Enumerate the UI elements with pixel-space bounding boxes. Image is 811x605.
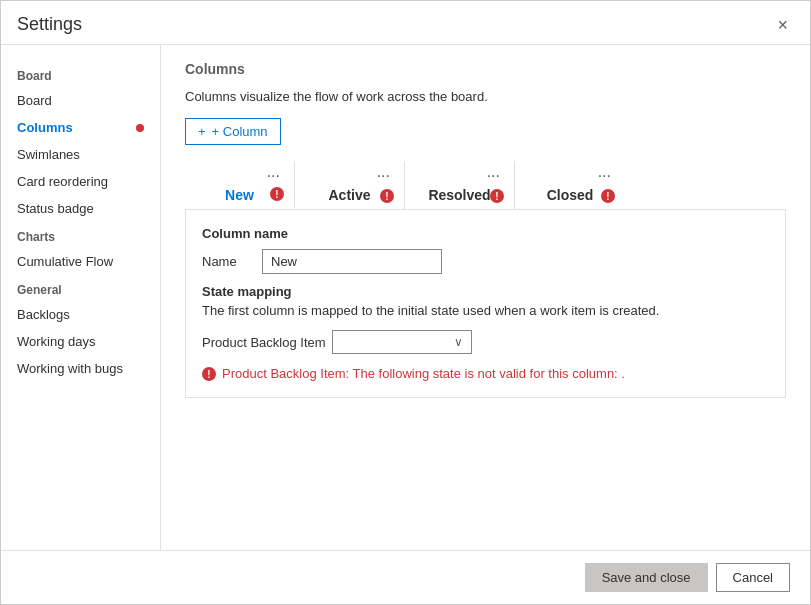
column-tab-new[interactable]: ··· New ! <box>185 161 295 209</box>
cancel-button[interactable]: Cancel <box>716 563 790 592</box>
column-name-field-row: Name <box>202 249 769 274</box>
sidebar-item-card-reordering[interactable]: Card reordering <box>1 168 160 195</box>
error-text: Product Backlog Item: The following stat… <box>222 366 625 381</box>
column-error-closed: ! <box>601 189 615 203</box>
sidebar-item-cumulative-flow[interactable]: Cumulative Flow <box>1 248 160 275</box>
name-field-label: Name <box>202 254 262 269</box>
dialog-body: Board Board Columns Swimlanes Card reord… <box>1 45 810 550</box>
columns-description: Columns visualize the flow of work acros… <box>185 89 786 104</box>
sidebar-section-general: General <box>1 275 160 301</box>
column-tab-name-active: Active <box>328 187 370 203</box>
sidebar-item-status-badge[interactable]: Status badge <box>1 195 160 222</box>
column-error-resolved: ! <box>490 189 504 203</box>
sidebar: Board Board Columns Swimlanes Card reord… <box>1 45 161 550</box>
column-menu-dots-resolved[interactable]: ··· <box>487 167 500 185</box>
column-tab-resolved[interactable]: ··· Resolved ! <box>405 161 515 209</box>
main-content: Columns Columns visualize the flow of wo… <box>161 45 810 550</box>
state-mapping-title: State mapping <box>202 284 769 299</box>
sidebar-item-working-days[interactable]: Working days <box>1 328 160 355</box>
settings-dialog: Settings × Board Board Columns Swimlanes… <box>0 0 811 605</box>
column-name-input[interactable] <box>262 249 442 274</box>
columns-tabs: ··· New ! ··· Active ! ··· R <box>185 161 786 209</box>
column-error-new: ! <box>270 187 284 201</box>
sidebar-item-backlogs[interactable]: Backlogs <box>1 301 160 328</box>
sidebar-item-working-with-bugs[interactable]: Working with bugs <box>1 355 160 382</box>
section-title: Columns <box>185 61 786 77</box>
column-menu-dots-closed[interactable]: ··· <box>598 167 611 185</box>
save-and-close-button[interactable]: Save and close <box>585 563 708 592</box>
column-tab-active[interactable]: ··· Active ! <box>295 161 405 209</box>
state-mapping-row: Product Backlog Item ∨ <box>202 330 769 354</box>
column-tab-closed[interactable]: ··· Closed ! <box>515 161 625 209</box>
columns-error-dot <box>136 124 144 132</box>
close-button[interactable]: × <box>771 14 794 36</box>
column-error-active: ! <box>380 189 394 203</box>
column-tab-name-new: New <box>225 187 254 203</box>
product-backlog-label: Product Backlog Item <box>202 335 332 350</box>
column-name-section-title: Column name <box>202 226 769 241</box>
dialog-footer: Save and close Cancel <box>1 550 810 604</box>
sidebar-section-board: Board <box>1 61 160 87</box>
state-mapping-desc: The first column is mapped to the initia… <box>202 303 769 318</box>
add-column-button[interactable]: + + Column <box>185 118 281 145</box>
column-tab-name-closed: Closed <box>547 187 594 203</box>
sidebar-item-columns[interactable]: Columns <box>1 114 160 141</box>
column-tab-name-resolved: Resolved <box>428 187 490 203</box>
chevron-down-icon: ∨ <box>454 335 463 349</box>
sidebar-item-swimlanes[interactable]: Swimlanes <box>1 141 160 168</box>
plus-icon: + <box>198 124 206 139</box>
dialog-title: Settings <box>17 14 82 35</box>
column-menu-dots-new[interactable]: ··· <box>267 167 280 185</box>
validation-error-message: ! Product Backlog Item: The following st… <box>202 366 769 381</box>
error-icon: ! <box>202 367 216 381</box>
sidebar-section-charts: Charts <box>1 222 160 248</box>
dialog-titlebar: Settings × <box>1 1 810 45</box>
column-detail-panel: Column name Name State mapping The first… <box>185 209 786 398</box>
product-backlog-dropdown[interactable]: ∨ <box>332 330 472 354</box>
column-menu-dots-active[interactable]: ··· <box>377 167 390 185</box>
sidebar-item-board[interactable]: Board <box>1 87 160 114</box>
